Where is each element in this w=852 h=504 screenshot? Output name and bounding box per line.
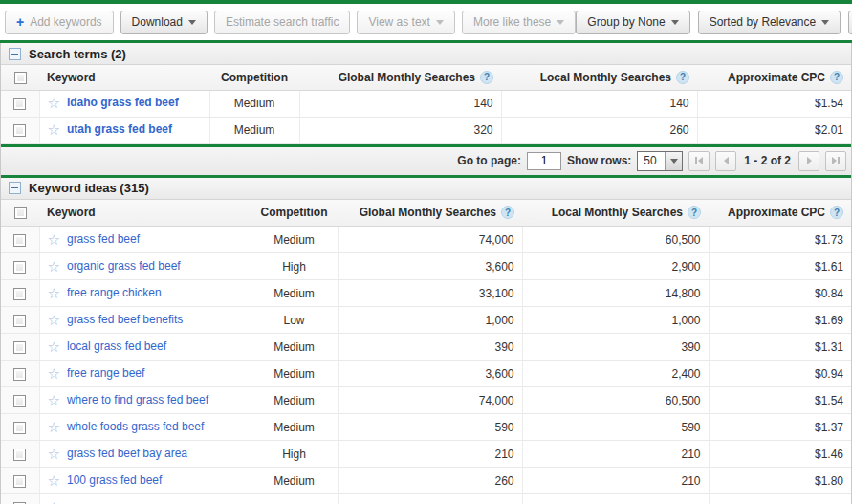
select-all-checkbox[interactable]	[14, 72, 27, 84]
row-checkbox[interactable]	[13, 475, 26, 488]
column-header-local-searches[interactable]: Local Monthly Searches?	[501, 65, 697, 90]
local-searches-cell: 1,000	[522, 307, 709, 334]
column-header-global-searches[interactable]: Global Monthly Searches?	[299, 65, 501, 90]
star-icon[interactable]: ☆	[48, 472, 60, 489]
row-checkbox[interactable]	[13, 368, 26, 381]
keyword-link[interactable]: whole foods grass fed beef	[67, 420, 204, 433]
competition-cell: Medium	[209, 90, 299, 117]
row-checkbox[interactable]	[13, 315, 26, 327]
keyword-link[interactable]: organic grass fed beef	[67, 259, 181, 273]
help-icon[interactable]: ?	[480, 71, 493, 84]
competition-cell	[251, 494, 338, 504]
row-checkbox[interactable]	[13, 395, 26, 407]
estimate-label: Estimate search traffic	[226, 15, 339, 29]
star-icon[interactable]: ☆	[48, 121, 60, 138]
keyword-link[interactable]: idaho grass fed beef	[67, 96, 179, 109]
row-checkbox[interactable]	[13, 234, 26, 247]
table-header-row: Keyword Competition Global Monthly Searc…	[1, 200, 851, 227]
plus-icon: +	[16, 15, 24, 29]
help-icon[interactable]: ?	[688, 206, 701, 219]
keyword-link[interactable]: free range chicken	[67, 286, 162, 299]
row-checkbox[interactable]	[13, 261, 26, 274]
global-searches-cell: 390	[338, 334, 522, 361]
column-header-local-searches[interactable]: Local Monthly Searches?	[522, 200, 709, 227]
row-checkbox[interactable]	[13, 422, 26, 434]
star-icon[interactable]: ☆	[48, 499, 60, 504]
star-icon[interactable]: ☆	[48, 446, 60, 462]
show-rows-label: Show rows:	[567, 154, 631, 167]
keyword-link[interactable]: utah grass fed beef	[67, 122, 172, 136]
download-button[interactable]: Download	[120, 11, 208, 34]
row-checkbox[interactable]	[13, 341, 26, 354]
star-icon[interactable]: ☆	[48, 339, 60, 355]
first-page-button[interactable]	[688, 151, 710, 171]
competition-cell: Low	[251, 307, 338, 334]
help-icon[interactable]: ?	[676, 71, 689, 84]
keyword-link[interactable]: grass fed beef bay area	[67, 447, 187, 460]
select-all-checkbox[interactable]	[14, 207, 27, 219]
help-icon[interactable]: ?	[830, 206, 843, 219]
search-terms-table: Keyword Competition Global Monthly Searc…	[1, 65, 851, 144]
column-header-approximate-cpc[interactable]: Approximate CPC?	[697, 65, 851, 90]
column-header-keyword[interactable]: Keyword	[39, 200, 251, 227]
star-icon[interactable]: ☆	[48, 392, 60, 408]
add-keywords-button[interactable]: + Add keywords	[5, 11, 114, 34]
star-icon[interactable]: ☆	[48, 312, 60, 328]
group-by-button[interactable]: Group by None	[576, 11, 689, 34]
column-header-competition[interactable]: Competition	[251, 200, 338, 227]
rows-select[interactable]: 50	[637, 151, 683, 171]
table-row: ☆100 grass fed beef Medium 260 210 $1.80	[1, 468, 851, 494]
prev-page-button[interactable]	[715, 151, 736, 171]
star-icon[interactable]: ☆	[48, 419, 60, 435]
star-icon[interactable]: ☆	[48, 231, 60, 248]
row-checkbox[interactable]	[13, 449, 26, 461]
more-like-these-button[interactable]: More like these	[462, 11, 576, 34]
column-header-keyword[interactable]: Keyword	[39, 65, 209, 90]
last-page-button[interactable]	[825, 151, 846, 171]
cpc-cell: $1.31	[709, 334, 851, 361]
table-row: ☆where to find grass fed beef Medium 74,…	[1, 387, 851, 414]
column-header-competition[interactable]: Competition	[209, 65, 299, 90]
columns-button[interactable]: Columns	[848, 11, 852, 34]
group-by-label: Group by None	[587, 15, 665, 29]
keyword-link[interactable]: grass fed beef benefits	[67, 313, 183, 326]
column-header-approximate-cpc[interactable]: Approximate CPC?	[709, 200, 851, 227]
sorted-by-button[interactable]: Sorted by Relevance	[698, 11, 841, 34]
help-icon[interactable]: ?	[501, 206, 514, 219]
competition-cell: Medium	[251, 414, 338, 441]
row-checkbox[interactable]	[13, 98, 26, 110]
star-icon[interactable]: ☆	[48, 258, 60, 274]
chevron-down-icon	[821, 20, 829, 25]
column-header-global-searches[interactable]: Global Monthly Searches?	[338, 200, 522, 227]
competition-cell: Medium	[251, 280, 338, 307]
table-header-row: Keyword Competition Global Monthly Searc…	[1, 65, 851, 90]
keyword-link[interactable]: grass fed beef	[67, 232, 140, 246]
global-searches-cell: 3,600	[338, 253, 522, 280]
view-as-text-button[interactable]: View as text	[357, 11, 454, 34]
row-checkbox[interactable]	[13, 124, 26, 137]
star-icon[interactable]: ☆	[48, 365, 60, 382]
next-page-button[interactable]	[798, 151, 819, 171]
local-searches-cell: 2,400	[522, 361, 709, 387]
collapse-minus-icon[interactable]	[9, 182, 21, 194]
collapse-minus-icon[interactable]	[9, 48, 21, 60]
help-icon[interactable]: ?	[830, 71, 843, 84]
star-icon[interactable]: ☆	[48, 285, 60, 301]
competition-cell: Medium	[209, 117, 299, 143]
local-searches-cell	[522, 494, 709, 504]
keyword-link[interactable]: local grass fed beef	[67, 340, 166, 353]
keyword-ideas-section: Keyword ideas (315) Keyword Competition …	[1, 178, 851, 504]
page-input[interactable]	[527, 152, 561, 170]
estimate-search-traffic-button[interactable]: Estimate search traffic	[214, 11, 351, 34]
table-row: ☆	[1, 494, 851, 504]
cpc-cell: $1.54	[709, 387, 851, 414]
star-icon[interactable]: ☆	[48, 95, 60, 111]
keyword-link[interactable]: 100 grass fed beef	[67, 473, 162, 487]
global-searches-cell	[338, 494, 522, 504]
keyword-link[interactable]: where to find grass fed beef	[67, 393, 208, 406]
keyword-link[interactable]: free range beef	[67, 366, 144, 380]
table-row: ☆grass fed beef bay area High 210 210 $1…	[1, 441, 851, 468]
rows-select-arrow[interactable]	[665, 152, 682, 170]
row-checkbox[interactable]	[13, 288, 26, 300]
competition-cell: Medium	[251, 468, 338, 494]
